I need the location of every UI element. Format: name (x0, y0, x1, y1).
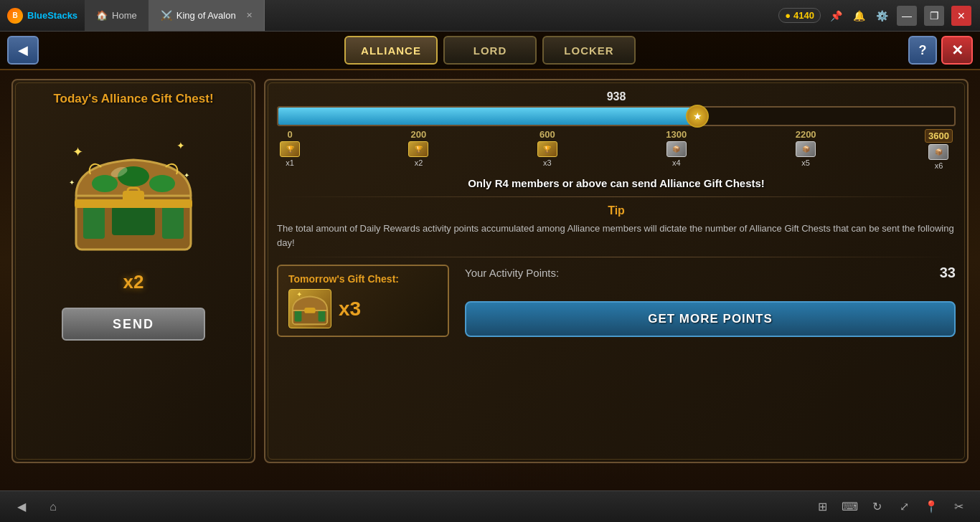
help-icon: ? (919, 43, 927, 58)
home-tab[interactable]: 🏠 Home (85, 0, 149, 31)
milestone-1-chest: 🏆 (408, 141, 428, 157)
coin-icon: ● (785, 10, 791, 21)
taskbar-scissors-icon[interactable]: ✂ (948, 497, 969, 517)
milestone-4-value: 2200 (796, 129, 816, 140)
chest-count: x2 (123, 271, 144, 293)
tab-locker-label: LOCKER (564, 44, 613, 57)
tab-alliance-label: ALLIANCE (361, 44, 421, 57)
game-tab-label: King of Avalon (176, 10, 236, 21)
milestone-3-chest: 📦 (666, 141, 687, 157)
svg-text:✦: ✦ (72, 145, 83, 159)
svg-text:✦: ✦ (69, 179, 75, 186)
milestone-2-chest: 🏆 (537, 141, 557, 157)
milestone-1-value: 200 (411, 129, 427, 140)
tip-title: Tip (277, 204, 956, 217)
milestone-3: 1300 📦 x4 (666, 129, 687, 170)
notification-icon[interactable]: 🔔 (851, 8, 867, 24)
back-button[interactable]: ◀ (7, 36, 39, 65)
divider-2 (277, 257, 956, 257)
milestone-5-chest: 📦 (928, 144, 948, 160)
logo-icon: B (7, 8, 23, 24)
milestone-5: 3600 📦 x6 (925, 129, 953, 170)
milestone-3-value: 1300 (666, 129, 687, 140)
taskbar-back-icon[interactable]: ◀ (11, 497, 32, 517)
milestone-5-mult: x6 (935, 161, 943, 170)
svg-rect-5 (112, 207, 155, 235)
svg-point-7 (92, 175, 118, 192)
coin-display: ● 4140 (778, 8, 821, 23)
svg-rect-10 (123, 191, 144, 202)
pin-icon[interactable]: 📌 (828, 8, 844, 24)
progress-fill (278, 108, 697, 125)
taskbar-refresh-icon[interactable]: ↻ (867, 497, 887, 517)
nav-bar: ◀ ALLIANCE LORD LOCKER ? ✕ (0, 32, 980, 70)
send-label: SEND (113, 317, 154, 332)
svg-text:✦: ✦ (184, 171, 189, 179)
taskbar-keyboard-icon[interactable]: ⌨ (839, 497, 859, 517)
tomorrow-chest-icon: ✦ (288, 289, 331, 328)
tomorrow-mult: x3 (339, 298, 361, 321)
small-chest-svg: ✦ (289, 289, 331, 328)
taskbar-resize-icon[interactable]: ⤢ (894, 497, 914, 517)
minimize-button[interactable]: — (897, 6, 917, 26)
tab-lord[interactable]: LORD (443, 36, 537, 65)
home-label: Home (112, 10, 137, 21)
milestone-2-value: 600 (540, 129, 555, 140)
tomorrow-title: Tomorrow's Gift Chest: (288, 273, 438, 285)
close-panel-icon: ✕ (951, 42, 963, 59)
milestone-2-mult: x3 (543, 158, 552, 167)
milestone-0-value: 0 (287, 129, 292, 140)
progress-star-icon: ★ (686, 105, 709, 128)
app-name: BlueStacks (27, 10, 77, 21)
left-panel: Today's Alliance Gift Chest! (11, 79, 255, 463)
tip-text: The total amount of Daily Rewards activi… (277, 222, 956, 250)
home-icon: 🏠 (96, 10, 108, 21)
tomorrow-chest-row: ✦ x3 (288, 289, 438, 328)
right-panel: 938 ★ 0 🏆 x1 200 🏆 x2 (264, 79, 969, 463)
milestone-1-mult: x2 (415, 158, 423, 167)
back-icon: ◀ (18, 42, 28, 58)
game-area: ◀ ALLIANCE LORD LOCKER ? ✕ Today's Allia… (0, 32, 980, 490)
milestones-row: 0 🏆 x1 200 🏆 x2 600 🏆 x3 (277, 129, 956, 170)
milestone-2: 600 🏆 x3 (537, 129, 557, 170)
close-panel-button[interactable]: ✕ (941, 36, 973, 65)
title-right-area: ● 4140 📌 🔔 ⚙️ — ❐ ✕ (778, 6, 980, 26)
milestone-4: 2200 📦 x5 (796, 129, 816, 170)
progress-value: 938 (277, 90, 956, 103)
bluestacks-logo: B BlueStacks (0, 8, 85, 24)
restore-button[interactable]: ❐ (924, 6, 944, 26)
activity-row: Your Activity Points: 33 (465, 265, 956, 281)
title-bar: B BlueStacks 🏠 Home ⚔️ King of Avalon ✕ … (0, 0, 980, 32)
game-tab[interactable]: ⚔️ King of Avalon ✕ (149, 0, 265, 31)
tab-alliance[interactable]: ALLIANCE (344, 36, 438, 65)
svg-point-8 (149, 175, 175, 192)
tab-close-icon[interactable]: ✕ (246, 11, 253, 20)
get-more-label: GET MORE POINTS (648, 312, 773, 326)
taskbar-home-icon[interactable]: ⌂ (43, 497, 63, 517)
activity-value: 33 (940, 265, 956, 281)
get-more-points-button[interactable]: GET MORE POINTS (465, 301, 956, 337)
progress-bar-container: ★ (277, 106, 956, 126)
close-window-button[interactable]: ✕ (951, 6, 971, 26)
tab-lord-label: LORD (473, 44, 507, 57)
milestone-0-chest: 🏆 (280, 141, 300, 157)
tab-locker[interactable]: LOCKER (542, 36, 636, 65)
activity-section: Your Activity Points: 33 GET MORE POINTS (458, 265, 956, 337)
taskbar-location-icon[interactable]: 📍 (921, 497, 941, 517)
milestone-3-mult: x4 (672, 158, 681, 167)
bottom-section: Tomorrow's Gift Chest: ✦ (277, 265, 956, 337)
taskbar-apps-icon[interactable]: ⊞ (812, 497, 832, 517)
taskbar: ◀ ⌂ ⊞ ⌨ ↻ ⤢ 📍 ✂ (0, 490, 980, 522)
milestone-0: 0 🏆 x1 (280, 129, 300, 170)
help-button[interactable]: ? (908, 36, 937, 65)
milestone-4-mult: x5 (801, 158, 810, 167)
send-button[interactable]: SEND (62, 308, 205, 341)
warning-text: Only R4 members or above can send Allian… (277, 177, 956, 189)
activity-label: Your Activity Points: (465, 267, 559, 279)
settings-icon[interactable]: ⚙️ (874, 8, 890, 24)
svg-rect-21 (304, 308, 315, 313)
milestone-1: 200 🏆 x2 (408, 129, 428, 170)
svg-text:✦: ✦ (296, 290, 302, 298)
chest-svg: ✦ ✦ ✦ ✦ (62, 120, 205, 264)
chest-image: ✦ ✦ ✦ ✦ (62, 120, 205, 264)
